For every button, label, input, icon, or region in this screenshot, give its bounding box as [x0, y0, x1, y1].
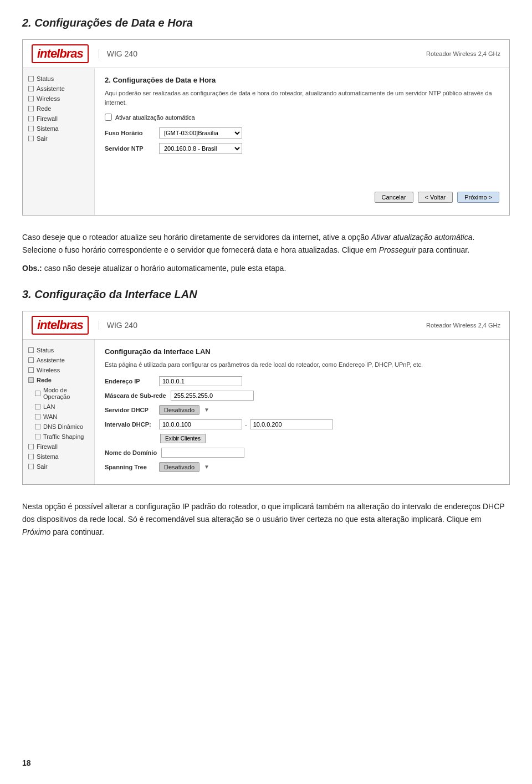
intelbras-logo-2: intelbras — [32, 316, 89, 335]
body-text-2-end: para continuar. — [50, 527, 104, 536]
sidebar-item-lan[interactable]: LAN — [23, 402, 94, 412]
router-main-2: Configuração da Interface LAN Esta págin… — [95, 340, 509, 484]
sidebar-item-rede-1[interactable]: Rede — [23, 104, 94, 114]
dhcp-server-row: Servidor DHCP Desativado ▼ — [105, 405, 499, 415]
page-number: 18 — [22, 759, 31, 767]
body-text-1-before: Caso deseje que o roteador atualize seu … — [22, 233, 371, 242]
sidebar-label-sair-2: Sair — [37, 463, 48, 470]
assistente-icon-2 — [28, 357, 34, 363]
sidebar-item-firewall-2[interactable]: Firewall — [23, 442, 94, 452]
sidebar-label-rede-1: Rede — [37, 105, 51, 112]
ntp-label: Servidor NTP — [105, 145, 155, 152]
fuso-row: Fuso Horário [GMT-03:00]Brasília — [105, 127, 499, 139]
sidebar-item-sair-2[interactable]: Sair — [23, 462, 94, 472]
sidebar-item-modo[interactable]: Modo de Operação — [23, 385, 94, 402]
sair-icon-2 — [28, 464, 34, 469]
sidebar-item-traffic[interactable]: Traffic Shaping — [23, 432, 94, 442]
sidebar-item-assistente-2[interactable]: Assistente — [23, 355, 94, 365]
mask-input[interactable] — [171, 391, 254, 401]
sidebar-item-sistema-2[interactable]: Sistema — [23, 452, 94, 462]
next-button-1[interactable]: Próximo > — [457, 192, 499, 203]
sidebar-label-status-2: Status — [37, 347, 54, 353]
body-text-1-end2: para continuar. — [416, 245, 470, 254]
obs-text: Obs.: caso não deseje atualizar o horári… — [22, 262, 510, 275]
sidebar-2: Status Assistente Wireless Rede Modo de … — [23, 340, 95, 484]
sidebar-item-wan[interactable]: WAN — [23, 412, 94, 422]
dhcp-range: - — [159, 419, 333, 429]
sidebar-item-assistente-1[interactable]: Assistente — [23, 84, 94, 94]
body-text-2-em: Próximo — [22, 527, 50, 536]
router-main-1: 2. Configurações de Data e Hora Aqui pod… — [95, 68, 509, 215]
ip-input[interactable] — [159, 376, 242, 386]
dhcp-server-label: Servidor DHCP — [105, 407, 155, 413]
interval-start-input[interactable] — [159, 419, 242, 429]
sidebar-label-sistema-1: Sistema — [37, 125, 59, 132]
spanning-row: Spanning Tree Desativado ▼ — [105, 462, 499, 472]
main-description-2: Esta página é utilizada para configurar … — [105, 360, 499, 370]
router-header-1: intelbras WIG 240 Roteador Wireless 2,4 … — [23, 40, 509, 68]
rede-icon-1 — [28, 106, 34, 111]
sidebar-label-assistente-2: Assistente — [37, 357, 65, 363]
sidebar-item-status-1[interactable]: Status — [23, 74, 94, 84]
sidebar-item-sistema-1[interactable]: Sistema — [23, 124, 94, 134]
sidebar-1: Status Assistente Wireless Rede Firewall… — [23, 68, 95, 215]
back-button-1[interactable]: < Voltar — [418, 192, 453, 203]
body-text-1-em1: Ativar atualização automática — [371, 233, 473, 242]
model-name-1: WIG 240 — [99, 49, 137, 58]
sidebar-item-rede-2[interactable]: Rede — [23, 375, 94, 385]
ip-label: Endereço IP — [105, 378, 155, 385]
domain-label: Nome do Domínio — [105, 449, 157, 456]
wireless-icon-1 — [28, 96, 34, 101]
sidebar-label-sair-1: Sair — [37, 135, 48, 142]
section1-title: 2. Configurações de Data e Hora — [22, 17, 510, 29]
sidebar-item-wireless-1[interactable]: Wireless — [23, 94, 94, 104]
domain-input[interactable] — [161, 448, 244, 458]
ntp-row: Servidor NTP 200.160.0.8 - Brasil — [105, 143, 499, 154]
firewall-icon-2 — [28, 444, 34, 449]
ntp-select[interactable]: 200.160.0.8 - Brasil — [159, 143, 242, 154]
status-icon-2 — [28, 347, 34, 353]
mask-row: Máscara de Sub-rede — [105, 391, 499, 401]
interval-separator: - — [245, 421, 247, 428]
sidebar-item-dns[interactable]: DNS Dinâmico — [23, 422, 94, 432]
body-text-2-before: Nesta opção é possível alterar a configu… — [22, 502, 504, 524]
lan-icon — [35, 404, 40, 409]
wan-icon — [35, 414, 40, 419]
sidebar-label-wireless-2: Wireless — [37, 367, 60, 373]
sidebar-item-wireless-2[interactable]: Wireless — [23, 365, 94, 375]
traffic-icon — [35, 434, 40, 439]
sidebar-label-wireless-1: Wireless — [37, 95, 60, 102]
sidebar-label-status-1: Status — [37, 75, 54, 82]
section2-title: 3. Configuração da Interface LAN — [22, 288, 510, 301]
intelbras-logo: intelbras — [32, 44, 89, 63]
obs-bold: Obs.: — [22, 264, 42, 273]
sidebar-item-status-2[interactable]: Status — [23, 345, 94, 355]
sidebar-item-firewall-1[interactable]: Firewall — [23, 114, 94, 124]
sidebar-label-dns: DNS Dinâmico — [43, 423, 83, 430]
sidebar-label-sistema-2: Sistema — [37, 453, 59, 460]
exibir-clientes-button[interactable]: Exibir Clientes — [160, 434, 206, 443]
main-title-2: Configuração da Interface LAN — [105, 347, 499, 356]
sidebar-item-sair-1[interactable]: Sair — [23, 134, 94, 144]
router-body-1: Status Assistente Wireless Rede Firewall… — [23, 68, 509, 215]
spanning-value: Desativado — [159, 462, 200, 472]
sidebar-label-assistente-1: Assistente — [37, 85, 65, 92]
interval-label: Intervalo DHCP: — [105, 421, 155, 428]
sistema-icon-2 — [28, 454, 34, 459]
status-icon-1 — [28, 76, 34, 81]
spanning-dropdown-icon: ▼ — [204, 464, 209, 470]
sidebar-label-wan: WAN — [43, 413, 57, 420]
auto-update-checkbox[interactable] — [105, 114, 112, 121]
obs-content: caso não deseje atualizar o horário auto… — [42, 264, 287, 273]
sidebar-label-rede-2: Rede — [37, 377, 52, 383]
spanning-label: Spanning Tree — [105, 464, 155, 470]
interval-end-input[interactable] — [250, 419, 333, 429]
router-subtitle-2: Roteador Wireless 2,4 GHz — [426, 322, 500, 329]
router-brand: intelbras WIG 240 — [32, 44, 137, 63]
sidebar-label-modo: Modo de Operação — [43, 387, 89, 400]
exibir-row: Exibir Clientes — [105, 434, 499, 443]
cancel-button-1[interactable]: Cancelar — [375, 192, 413, 203]
body-text-1: Caso deseje que o roteador atualize seu … — [22, 231, 510, 257]
domain-row: Nome do Domínio — [105, 448, 499, 458]
fuso-select[interactable]: [GMT-03:00]Brasília — [159, 127, 242, 139]
